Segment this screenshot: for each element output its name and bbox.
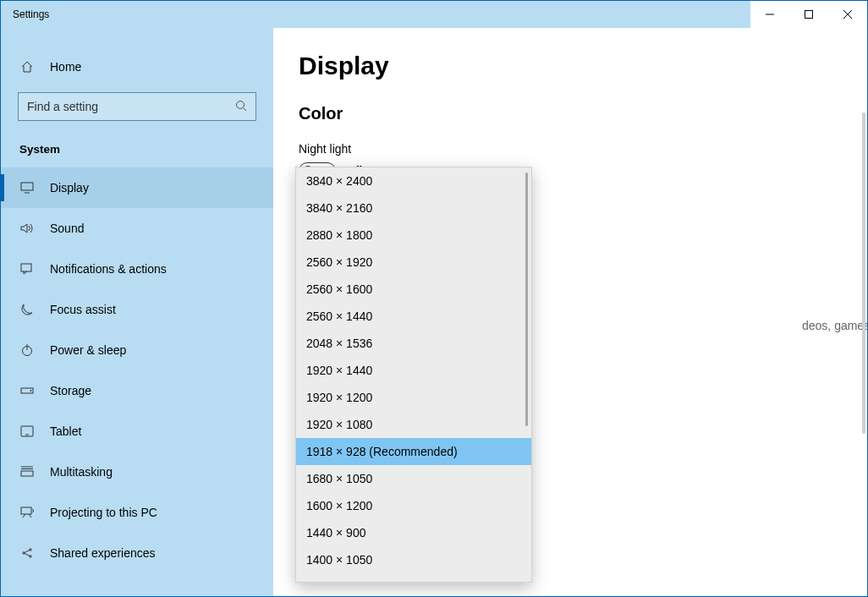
notifications-icon (19, 263, 35, 275)
window-title: Settings (13, 8, 49, 20)
svg-point-12 (30, 390, 31, 391)
search-box[interactable] (18, 92, 256, 121)
focus-assist-icon (19, 303, 35, 316)
resolution-option[interactable]: 2048 × 1536 (296, 330, 531, 357)
projecting-icon (19, 507, 35, 518)
titlebar: Settings (1, 1, 867, 28)
obscured-text: deos, games and apps that (802, 319, 867, 332)
sidebar-item-label: Focus assist (50, 303, 116, 316)
page-title: Display (299, 52, 842, 80)
maximize-icon (805, 10, 813, 19)
sidebar-item-projecting-to-this-pc[interactable]: Projecting to this PC (1, 492, 273, 533)
sidebar-item-focus-assist[interactable]: Focus assist (1, 289, 273, 330)
sidebar-item-sound[interactable]: Sound (1, 208, 273, 249)
sidebar-item-label: Storage (50, 384, 91, 397)
resolution-option[interactable]: 3840 × 2400 (296, 167, 531, 194)
storage-icon (19, 386, 35, 396)
maximize-button[interactable] (789, 1, 828, 28)
svg-rect-6 (21, 183, 33, 190)
sidebar-item-label: Notifications & actions (50, 262, 167, 276)
color-heading: Color (299, 104, 842, 123)
display-icon (19, 182, 35, 194)
resolution-option[interactable]: 3840 × 2160 (296, 194, 531, 222)
svg-line-23 (25, 554, 30, 556)
svg-rect-1 (805, 11, 813, 19)
minimize-button[interactable] (750, 1, 789, 28)
svg-point-4 (237, 101, 244, 108)
home-icon (19, 60, 35, 74)
window-controls (750, 1, 867, 28)
content-scrollbar[interactable] (862, 112, 865, 434)
resolution-option[interactable]: 1680 × 1050 (296, 465, 531, 492)
settings-window: Settings Home (0, 0, 868, 597)
sidebar-item-label: Shared experiences (50, 546, 156, 560)
svg-rect-18 (21, 507, 31, 514)
resolution-option[interactable]: 1920 × 1200 (296, 384, 531, 411)
sidebar-item-storage[interactable]: Storage (1, 370, 273, 411)
resolution-dropdown[interactable]: 3840 × 24003840 × 21602880 × 18002560 × … (295, 167, 532, 583)
svg-rect-15 (21, 471, 33, 476)
close-icon (843, 10, 852, 19)
sound-icon (19, 222, 35, 234)
close-button[interactable] (828, 1, 867, 28)
resolution-option[interactable]: 2880 × 1800 (296, 222, 531, 249)
sidebar-item-label: Sound (50, 222, 84, 235)
sidebar-item-tablet[interactable]: Tablet (1, 411, 273, 452)
sidebar-item-label: Power & sleep (50, 343, 126, 357)
search-container (1, 92, 273, 136)
shared-icon (19, 546, 35, 560)
sidebar-item-label: Multitasking (50, 465, 113, 479)
section-title: System (1, 136, 273, 167)
svg-line-5 (244, 107, 247, 111)
sidebar-item-multitasking[interactable]: Multitasking (1, 452, 273, 492)
titlebar-left: Settings (1, 8, 49, 20)
sidebar-item-notifications-actions[interactable]: Notifications & actions (1, 249, 273, 289)
power-icon (19, 343, 35, 357)
resolution-option[interactable]: 1440 × 900 (296, 519, 531, 546)
sidebar-item-label: Display (50, 181, 89, 194)
svg-rect-8 (21, 264, 31, 271)
home-label: Home (50, 60, 81, 74)
sidebar-item-display[interactable]: Display (1, 167, 273, 208)
tablet-icon (19, 425, 35, 437)
resolution-option[interactable]: 1918 × 928 (Recommended) (296, 438, 531, 465)
sidebar-nav: DisplaySoundNotifications & actionsFocus… (1, 167, 273, 596)
sidebar-item-label: Projecting to this PC (50, 506, 157, 519)
multitasking-icon (19, 466, 35, 478)
svg-line-22 (25, 550, 30, 553)
resolution-option[interactable]: 2560 × 1440 (296, 303, 531, 330)
minimize-icon (766, 10, 774, 19)
resolution-option[interactable]: 2560 × 1920 (296, 249, 531, 276)
search-icon (235, 100, 247, 114)
resolution-option[interactable]: 2560 × 1600 (296, 276, 531, 303)
dropdown-scrollbar[interactable] (525, 173, 528, 426)
resolution-option[interactable]: 1920 × 1080 (296, 411, 531, 438)
sidebar: Home System DisplaySoundNotifications & … (1, 28, 273, 596)
resolution-option[interactable]: 1920 × 1440 (296, 357, 531, 384)
sidebar-item-power-sleep[interactable]: Power & sleep (1, 330, 273, 370)
search-input[interactable] (27, 100, 235, 113)
night-light-label: Night light (299, 142, 842, 156)
sidebar-item-label: Tablet (50, 424, 81, 438)
sidebar-item-shared-experiences[interactable]: Shared experiences (1, 533, 273, 573)
resolution-option[interactable]: 1400 × 1050 (296, 546, 531, 573)
resolution-option[interactable]: 1600 × 1200 (296, 492, 531, 519)
home-button[interactable]: Home (1, 52, 273, 82)
